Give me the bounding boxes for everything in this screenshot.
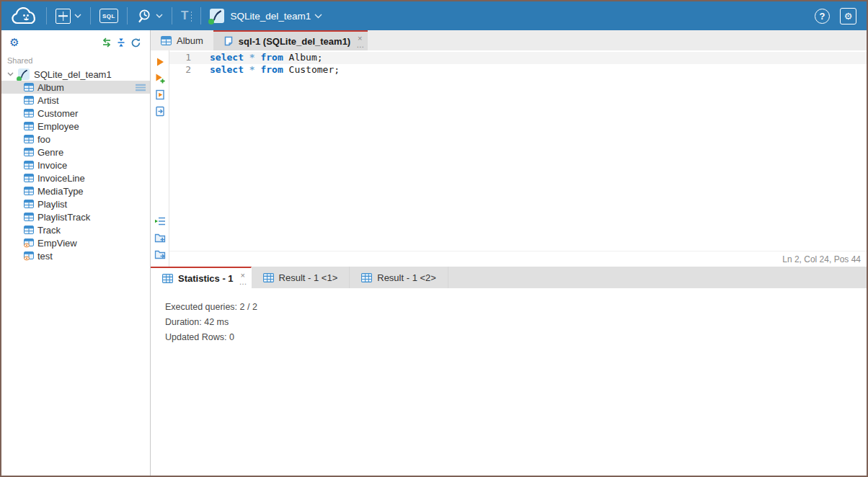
tree-item-label: Invoice — [37, 160, 67, 171]
tree-item-label: Customer — [37, 108, 78, 119]
tree-item-label: MediaType — [37, 186, 84, 197]
tree-item-connection[interactable]: SQLite_del_team1 — [1, 68, 150, 81]
tree-item-invoice[interactable]: Invoice — [1, 159, 150, 171]
table-icon — [24, 213, 34, 221]
tab-statistics[interactable]: Statistics - 1 × … — [151, 267, 252, 288]
chevron-down-icon[interactable] — [7, 72, 14, 76]
tab-sql-editor[interactable]: sql-1 (SQLite_del_team1) × … — [213, 30, 368, 50]
line-number: 2 — [169, 64, 210, 76]
sql-code-editor[interactable]: 1select * from Album;2select * from Cust… — [169, 50, 867, 251]
tab-label: Result - 1 <2> — [377, 272, 436, 283]
question-mark-icon: ? — [820, 11, 825, 22]
table-icon — [24, 122, 34, 130]
tab-result-2[interactable]: Result - 1 <2> — [350, 267, 448, 288]
connection-name: SQLite_del_team1 — [230, 11, 311, 22]
refresh-icon — [130, 37, 141, 48]
grid-icon — [263, 273, 274, 282]
table-icon — [24, 109, 34, 117]
tree-item-playlisttrack[interactable]: PlaylistTrack — [1, 210, 150, 223]
navigator-toolbar: ⚙ — [1, 30, 150, 49]
driver-manager-button[interactable] — [128, 1, 172, 30]
text-icon: T — [181, 9, 192, 23]
execute-script-button[interactable] — [153, 88, 167, 102]
document-arrow-icon — [155, 106, 165, 117]
cloudbeaver-logo-icon — [9, 4, 40, 27]
tree-item-test[interactable]: test — [1, 249, 150, 262]
chevron-down-icon — [156, 14, 163, 18]
table-icon — [24, 135, 34, 143]
code-lines: 1select * from Album;2select * from Cust… — [169, 52, 867, 76]
code-text: select * from Album; — [210, 52, 323, 64]
tree-item-label: Track — [37, 225, 61, 236]
folder-import-icon — [154, 249, 166, 259]
tree-list: AlbumArtistCustomerEmployeefooGenreInvoi… — [1, 81, 150, 262]
tab-label: Statistics - 1 — [178, 273, 234, 284]
refresh-button[interactable] — [128, 37, 143, 48]
new-sql-editor-button[interactable]: SQL — [91, 1, 127, 30]
tab-more-icon[interactable]: … — [239, 279, 247, 285]
view-icon — [24, 251, 34, 261]
tree-item-genre[interactable]: Genre — [1, 146, 150, 159]
tab-album[interactable]: Album — [151, 30, 213, 50]
help-button[interactable]: ? — [815, 9, 830, 24]
stat-duration: Duration: 42 ms — [165, 315, 867, 330]
table-icon — [24, 200, 34, 208]
collapse-all-button[interactable] — [114, 37, 128, 48]
connection-selector[interactable]: SQLite_del_team1 — [201, 1, 331, 30]
stat-updated-rows: Updated Rows: 0 — [165, 330, 867, 345]
app-window: SQL T — [0, 0, 868, 477]
chevron-down-icon — [74, 14, 81, 18]
tree-item-label: EmpView — [37, 238, 77, 249]
tree-item-label: Artist — [37, 95, 59, 106]
settings-button[interactable]: ⚙ — [840, 8, 856, 24]
tree-item-label: InvoiceLine — [37, 173, 85, 184]
new-object-button[interactable] — [47, 1, 90, 30]
sql-editor-toolbar — [151, 50, 169, 267]
gear-icon: ⚙ — [9, 36, 19, 49]
tab-label: Result - 1 <1> — [279, 272, 338, 283]
plan-list-icon — [154, 216, 166, 226]
table-icon — [24, 161, 34, 169]
line-number: 1 — [169, 52, 210, 64]
editor-tab-bar: Album sql-1 (SQLite_del_team1) × … — [151, 30, 867, 50]
save-to-project-button[interactable] — [153, 231, 167, 244]
table-icon — [24, 226, 34, 234]
top-toolbar: SQL T — [1, 1, 867, 30]
tab-more-icon[interactable]: … — [356, 42, 363, 48]
tree-item-empview[interactable]: EmpView — [1, 236, 150, 249]
tree-item-album[interactable]: Album — [1, 81, 150, 94]
code-line[interactable]: 1select * from Album; — [169, 52, 867, 64]
tree-item-employee[interactable]: Employee — [1, 120, 150, 133]
row-menu-icon[interactable] — [135, 84, 146, 92]
table-icon — [24, 96, 34, 104]
rename-button[interactable]: T — [172, 1, 200, 30]
tree-item-track[interactable]: Track — [1, 223, 150, 236]
tree-item-mediatype[interactable]: MediaType — [1, 184, 150, 197]
view-icon — [24, 239, 34, 248]
editor-status-bar: Ln 2, Col 24, Pos 44 — [169, 251, 867, 267]
connection-node-label: SQLite_del_team1 — [34, 69, 112, 80]
tree-item-customer[interactable]: Customer — [1, 107, 150, 120]
code-line[interactable]: 2select * from Customer; — [169, 64, 867, 76]
table-icon — [24, 83, 34, 92]
sync-connection-button[interactable] — [99, 37, 114, 48]
execute-button[interactable] — [153, 55, 167, 68]
tree-item-invoiceline[interactable]: InvoiceLine — [1, 171, 150, 184]
collapse-icon — [116, 37, 126, 48]
open-file-button[interactable] — [153, 247, 167, 261]
tree-item-artist[interactable]: Artist — [1, 94, 150, 107]
tree-item-playlist[interactable]: Playlist — [1, 197, 150, 210]
tab-result-1[interactable]: Result - 1 <1> — [252, 267, 350, 288]
execute-new-tab-button[interactable] — [153, 71, 167, 85]
execute-query-export-button[interactable] — [153, 104, 167, 118]
wrench-icon — [136, 8, 152, 24]
code-text: select * from Customer; — [210, 64, 340, 76]
table-icon — [24, 174, 34, 182]
script-play-icon — [155, 89, 165, 100]
execution-plan-button[interactable] — [153, 214, 167, 228]
navigator-settings-button[interactable]: ⚙ — [7, 36, 22, 49]
chevron-down-icon — [314, 14, 322, 19]
statistics-panel: Executed queries: 2 / 2 Duration: 42 ms … — [151, 288, 867, 476]
navigator-sidebar: ⚙ — [1, 30, 151, 476]
tree-item-foo[interactable]: foo — [1, 133, 150, 146]
